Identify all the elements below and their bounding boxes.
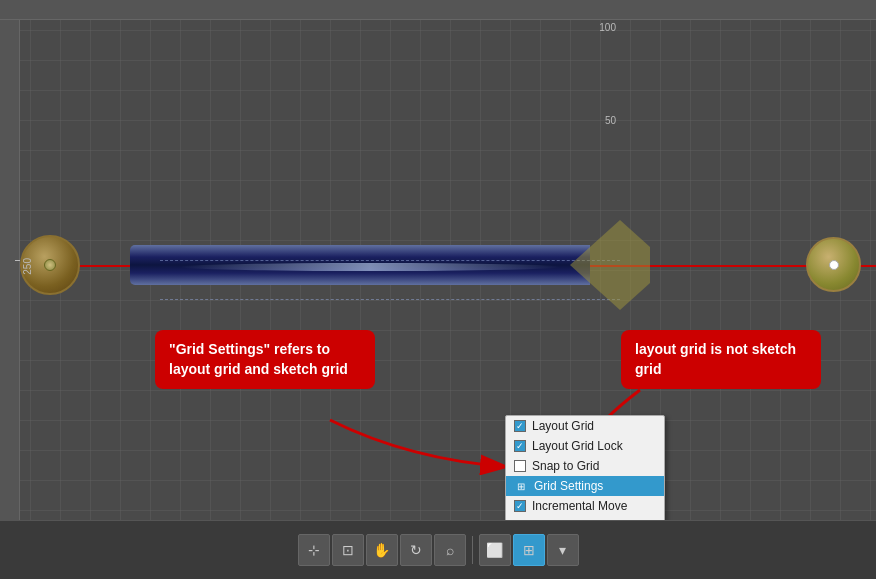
menu-item-layout-grid[interactable]: ✓ Layout Grid — [506, 416, 664, 436]
menu-label-snap-to-grid: Snap to Grid — [532, 459, 599, 473]
select-icon: ⊹ — [308, 542, 320, 558]
checkbox-layout-grid-lock[interactable]: ✓ — [514, 440, 526, 452]
menu-label-incremental-move: Incremental Move — [532, 499, 627, 513]
pan-icon: ✋ — [373, 542, 390, 558]
more-button[interactable]: ▾ — [547, 534, 579, 566]
move-tool-button[interactable]: ⊡ — [332, 534, 364, 566]
zoom-icon: ⌕ — [446, 542, 454, 558]
context-menu[interactable]: ✓ Layout Grid ✓ Layout Grid Lock Snap to… — [505, 415, 665, 520]
select-tool-button[interactable]: ⊹ — [298, 534, 330, 566]
checkbox-snap-to-grid[interactable] — [514, 460, 526, 472]
callout-grid-settings: "Grid Settings" refers to layout grid an… — [155, 330, 375, 389]
checkbox-layout-grid[interactable]: ✓ — [514, 420, 526, 432]
menu-item-grid-settings[interactable]: ⊞ Grid Settings — [506, 476, 664, 496]
menu-item-set-increments[interactable]: ⊟ Set Increments — [506, 516, 664, 520]
menu-label-layout-grid-lock: Layout Grid Lock — [532, 439, 623, 453]
menu-label-grid-settings: Grid Settings — [534, 479, 603, 493]
grid-icon: ⊞ — [523, 542, 535, 558]
toolbar-separator-1 — [472, 536, 473, 564]
checkbox-incremental-move[interactable]: ✓ — [514, 500, 526, 512]
arrow-left — [0, 0, 876, 520]
rotate-icon: ↻ — [410, 542, 422, 558]
menu-label-set-increments: Set Increments — [534, 519, 615, 520]
pan-tool-button[interactable]: ✋ — [366, 534, 398, 566]
callout-layout-grid: layout grid is not sketch grid — [621, 330, 821, 389]
menu-item-layout-grid-lock[interactable]: ✓ Layout Grid Lock — [506, 436, 664, 456]
zoom-tool-button[interactable]: ⌕ — [434, 534, 466, 566]
view-icon: ⬜ — [486, 542, 503, 558]
menu-label-layout-grid: Layout Grid — [532, 419, 594, 433]
viewport: 100 50 250 "Grid Settings" refers to lay… — [0, 0, 876, 520]
menu-item-incremental-move[interactable]: ✓ Incremental Move — [506, 496, 664, 516]
grid-settings-icon: ⊞ — [514, 479, 528, 493]
toolbar: ⊹ ⊡ ✋ ↻ ⌕ ⬜ ⊞ ▾ — [0, 520, 876, 579]
grid-button[interactable]: ⊞ — [513, 534, 545, 566]
set-increments-icon: ⊟ — [514, 519, 528, 520]
move-icon: ⊡ — [342, 542, 354, 558]
rotate-tool-button[interactable]: ↻ — [400, 534, 432, 566]
dropdown-icon: ▾ — [559, 542, 566, 558]
view-button[interactable]: ⬜ — [479, 534, 511, 566]
menu-item-snap-to-grid[interactable]: Snap to Grid — [506, 456, 664, 476]
